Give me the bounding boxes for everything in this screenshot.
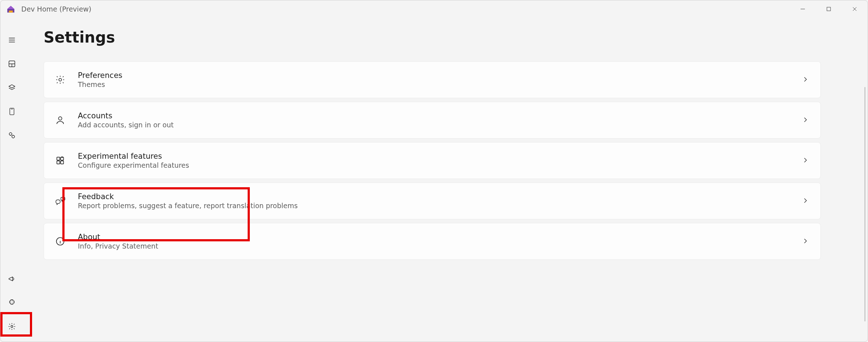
settings-item-experimental[interactable]: Experimental features Configure experime… [44,142,821,179]
chevron-right-icon [802,157,810,165]
card-title: Experimental features [78,152,802,161]
main-content: Settings Preferences Themes [23,18,868,342]
settings-item-feedback[interactable]: Feedback Report problems, suggest a feat… [44,183,821,219]
svg-rect-25 [61,197,65,200]
settings-item-about[interactable]: About Info, Privacy Statement [44,223,821,260]
chevron-right-icon [802,76,810,84]
feedback-icon [55,196,66,206]
settings-item-accounts[interactable]: Accounts Add accounts, sign in or out [44,102,821,139]
flask-icon [55,155,66,166]
settings-list: Preferences Themes Accounts Add accounts… [44,61,824,260]
svg-point-14 [9,133,12,135]
svg-rect-0 [9,10,13,12]
svg-rect-21 [57,161,60,164]
card-subtitle: Report problems, suggest a feature, repo… [78,202,802,210]
chevron-right-icon [802,116,810,124]
window-controls [790,0,868,18]
chevron-right-icon [802,237,810,245]
chevron-right-icon [802,197,810,205]
card-title: About [78,233,802,241]
card-title: Preferences [78,71,802,80]
person-icon [55,115,66,126]
nav-device[interactable] [3,103,21,120]
svg-point-15 [12,135,14,138]
titlebar: Dev Home (Preview) [0,0,868,18]
nav-settings[interactable] [3,318,21,335]
gear-icon [55,74,66,85]
scrollbar[interactable] [864,87,865,321]
nav-layers[interactable] [3,79,21,96]
svg-rect-22 [61,161,63,164]
minimize-button[interactable] [790,0,816,18]
card-title: Feedback [78,192,802,201]
svg-marker-11 [9,85,15,88]
card-subtitle: Configure experimental features [78,161,802,169]
settings-item-preferences[interactable]: Preferences Themes [44,61,821,98]
nav-announcement[interactable] [3,270,21,288]
window-title: Dev Home (Preview) [21,5,92,13]
svg-point-18 [58,117,62,120]
info-icon [55,236,66,247]
close-button[interactable] [842,0,868,18]
svg-rect-19 [57,157,60,160]
svg-point-16 [11,325,13,328]
app-window: Dev Home (Preview) [0,0,868,342]
card-subtitle: Themes [78,80,802,88]
page-title: Settings [44,28,824,46]
nav-utilities[interactable] [3,127,21,144]
maximize-button[interactable] [816,0,842,18]
app-icon [6,4,15,14]
nav-hamburger[interactable] [3,31,21,49]
card-title: Accounts [78,111,802,120]
card-subtitle: Add accounts, sign in or out [78,121,802,129]
nav-rail [0,18,23,342]
nav-dashboard[interactable] [3,55,21,73]
nav-extension[interactable] [3,294,21,311]
card-subtitle: Info, Privacy Statement [78,242,802,250]
svg-rect-2 [827,7,831,11]
svg-point-17 [59,78,61,81]
